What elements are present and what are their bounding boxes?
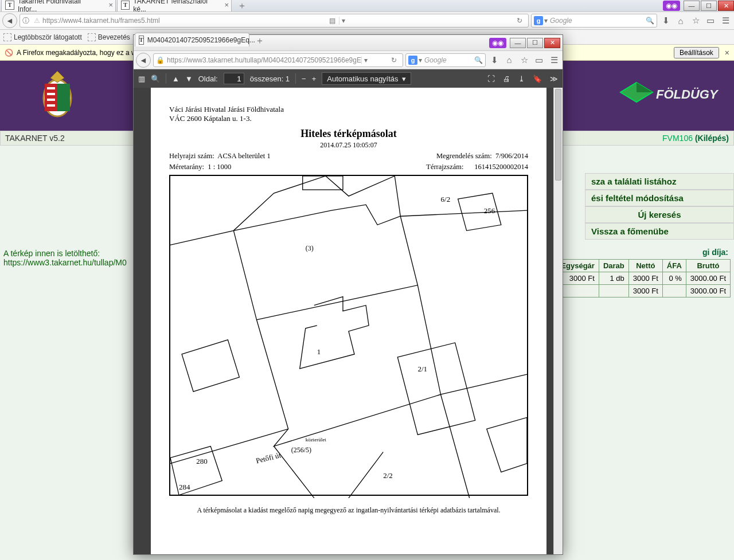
reading-list-icon[interactable]: ▭	[704, 15, 717, 26]
page-down-icon[interactable]: ▼	[185, 75, 193, 83]
menu-icon[interactable]: ☰	[719, 15, 732, 26]
popup-tab[interactable]: T M04042014072509521966e9gEq...	[135, 33, 249, 46]
svg-text:280: 280	[196, 457, 208, 465]
page-total: összesen: 1	[250, 75, 290, 83]
menu-icon[interactable]: ☰	[548, 55, 560, 65]
search-engine-dropdown-icon[interactable]: ▾	[544, 17, 548, 25]
svg-text:284: 284	[179, 483, 190, 491]
new-tab-button[interactable]: ＋	[235, 0, 249, 11]
bookmark-star-icon[interactable]: ☆	[518, 55, 530, 65]
fvm-label: FVM106	[662, 134, 693, 143]
svg-text:Petőfi út: Petőfi út	[255, 451, 282, 465]
search-bar[interactable]: g ▾ Google 🔍	[531, 14, 657, 28]
office-line2: VÁC 2600 Káptalan u. 1-3.	[169, 114, 528, 123]
search-icon[interactable]: 🔍	[646, 17, 654, 25]
tab-title: TAKARNET felhasználói ké...	[133, 0, 217, 13]
svg-rect-5	[47, 99, 55, 101]
popup-search-bar[interactable]: g ▾ Google 🔍	[405, 53, 486, 67]
zoom-in-icon[interactable]: +	[312, 75, 317, 83]
doc-title: Hiteles térképmásolat	[169, 128, 528, 140]
search-icon[interactable]: 🔍	[474, 56, 483, 64]
bookmark-bevezetes[interactable]: Bevezetés	[88, 33, 130, 41]
side-link-modify[interactable]: ési feltétel módosítása	[585, 190, 734, 206]
popup-tab-title: M04042014072509521966e9gEq...	[147, 36, 255, 44]
maximize-button[interactable]: ☐	[701, 1, 717, 11]
download-icon[interactable]: ⬇	[488, 55, 501, 65]
pdf-page: Váci Járási Hivatal Járási Földhivatala …	[151, 88, 546, 554]
outer-navbar: ◄ ⓘ ⚠ https://www4.takarnet.hu/frames5.h…	[0, 11, 734, 30]
private-mask-icon: ◉◉	[663, 1, 680, 11]
zoom-label: Automatikus nagyítás	[327, 75, 398, 83]
save-icon[interactable]: ⤓	[518, 75, 525, 83]
popup-minimize-button[interactable]: —	[510, 38, 526, 48]
infobar-settings-button[interactable]: Beállítások	[674, 47, 719, 58]
url-dropdown-icon[interactable]: ▾	[339, 17, 348, 25]
popup-close-button[interactable]: ✕	[544, 38, 560, 48]
globe-icon: ⓘ	[22, 16, 29, 26]
back-button[interactable]: ◄	[2, 13, 17, 28]
hrsz-label: Helyrajzi szám:	[169, 152, 214, 160]
bookmark-most-visited[interactable]: Legtöbbször látogatott	[3, 33, 82, 41]
download-link[interactable]: https://www3.takarnet.hu/tullap/M0	[3, 258, 127, 267]
table-row: 3000 Ft 1 db 3000 Ft 0 % 3000.00 Ft	[557, 272, 731, 285]
page-number-input[interactable]	[224, 73, 244, 84]
page-up-icon[interactable]: ▲	[172, 75, 179, 83]
popup-window: T M04042014072509521966e9gEq... ＋ ◉◉ — ☐…	[133, 34, 563, 555]
popup-url-bar[interactable]: 🔒 https://www3.takarnet.hu/tullap/M04042…	[153, 53, 403, 67]
scale-value: 1 : 1000	[208, 163, 231, 171]
close-tab-icon[interactable]: ×	[108, 1, 113, 9]
minimize-button[interactable]: —	[684, 1, 700, 11]
bookmark-icon[interactable]: 🔖	[533, 75, 542, 83]
side-link-newsearch[interactable]: Új keresés	[585, 206, 734, 223]
browser-tab-2[interactable]: T TAKARNET felhasználói ké... ×	[117, 0, 232, 11]
side-link-mainmenu[interactable]: Vissza a főmenübe	[585, 223, 734, 240]
popup-back-button[interactable]: ◄	[136, 53, 151, 68]
terr-value: 161415200002014	[474, 163, 528, 171]
warning-icon: ⚠	[34, 17, 40, 25]
scrollbar-thumb[interactable]	[555, 89, 561, 181]
close-window-button[interactable]: ✕	[718, 1, 734, 11]
zoom-out-icon[interactable]: −	[302, 75, 306, 83]
placeholder-icon	[88, 33, 96, 41]
svg-text:6/2: 6/2	[441, 195, 451, 203]
print-icon[interactable]: 🖨	[503, 75, 510, 83]
terr-label: Térrajzszám:	[426, 163, 463, 171]
logout-link[interactable]: (Kilépés)	[695, 134, 729, 143]
home-icon[interactable]: ⌂	[503, 55, 516, 65]
reading-list-icon[interactable]: ▭	[533, 55, 545, 65]
popup-url-dropdown-icon[interactable]: ▾	[361, 56, 370, 64]
url-bar[interactable]: ⓘ ⚠ https://www4.takarnet.hu/frames5.htm…	[19, 14, 529, 28]
rss-icon[interactable]: ▤	[326, 17, 339, 25]
download-icon[interactable]: ⬇	[659, 15, 672, 26]
fee-label: gi díja:	[702, 248, 728, 257]
popup-reload-icon[interactable]: ↻	[388, 56, 400, 64]
close-tab-icon[interactable]: ×	[224, 1, 229, 9]
bookmark-label: Legtöbbször látogatott	[14, 33, 82, 41]
placeholder-icon	[3, 33, 11, 41]
home-icon[interactable]: ⌂	[674, 16, 687, 26]
presentation-icon[interactable]: ⛶	[487, 75, 495, 83]
popup-blocked-icon: 🚫	[5, 49, 13, 57]
popup-navbar: ◄ 🔒 https://www3.takarnet.hu/tullap/M040…	[134, 51, 563, 69]
foldugy-logo: FÖLDÜGY	[619, 78, 723, 112]
zoom-select[interactable]: Automatikus nagyítás ▾	[322, 72, 411, 85]
popup-maximize-button[interactable]: ☐	[527, 38, 543, 48]
fee-table: Egységár Darab Nettó ÁFA Bruttó 3000 Ft …	[556, 259, 731, 297]
pdf-scrollbar[interactable]	[553, 88, 563, 554]
svg-rect-2	[57, 84, 70, 111]
infobar-close-icon[interactable]: ×	[725, 48, 729, 57]
favicon: T	[5, 1, 14, 10]
search-engine-dropdown-icon[interactable]: ▾	[419, 56, 422, 64]
find-icon[interactable]: 🔍	[151, 75, 160, 83]
svg-rect-10	[303, 176, 343, 190]
browser-tab-1[interactable]: T Takarnet Földhivatali Infor... ×	[1, 0, 116, 11]
reload-icon[interactable]: ↻	[513, 17, 526, 25]
bookmark-star-icon[interactable]: ☆	[689, 15, 702, 26]
version-label: TAKARNET v5.2	[5, 134, 65, 143]
google-icon: g	[408, 56, 417, 65]
tools-icon[interactable]: ≫	[550, 75, 558, 83]
svg-text:2/2: 2/2	[383, 471, 393, 480]
side-link-results[interactable]: sza a találati listához	[585, 173, 734, 190]
col-brutto: Bruttó	[686, 260, 730, 272]
sidebar-toggle-icon[interactable]: ▥	[138, 75, 145, 83]
